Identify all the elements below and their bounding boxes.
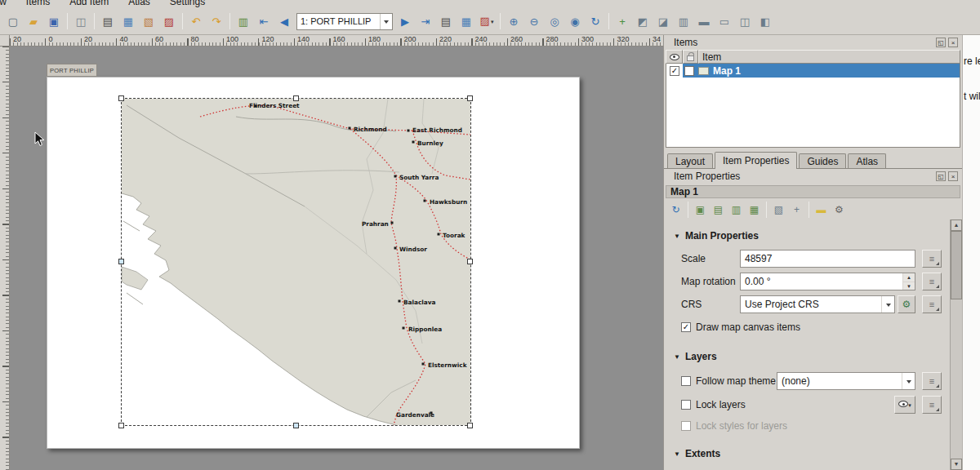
- lock-items-button[interactable]: ◧: [755, 11, 775, 31]
- properties-scrollbar[interactable]: ▲ ▼: [950, 219, 962, 470]
- float-panel-button[interactable]: ◱: [936, 38, 946, 47]
- map-label: Ripponlea: [408, 326, 442, 333]
- undo-button[interactable]: ↶: [186, 11, 206, 31]
- lock-layers-checkbox[interactable]: [681, 400, 691, 410]
- selection-handle[interactable]: [467, 423, 473, 428]
- menu-view[interactable]: View: [0, 0, 7, 7]
- item-lock-checkbox[interactable]: [684, 66, 694, 76]
- atlas-first-feature-button[interactable]: ⇤: [254, 11, 274, 31]
- scroll-up-icon[interactable]: ▲: [951, 219, 962, 231]
- view-extent-in-canvas-button[interactable]: ▤: [710, 202, 727, 219]
- save-layout-button[interactable]: ▣: [44, 11, 64, 31]
- export-svg-button[interactable]: ▧: [139, 11, 158, 31]
- redo-button[interactable]: ↷: [207, 11, 226, 31]
- new-layout-button[interactable]: ▢: [3, 11, 23, 31]
- resize-items-button[interactable]: ▭: [715, 11, 734, 31]
- set-map-extent-to-canvas-button[interactable]: ▣: [692, 202, 709, 219]
- selection-handle[interactable]: [118, 95, 124, 101]
- tab-atlas[interactable]: Atlas: [848, 153, 886, 168]
- crs-select-button[interactable]: ⚙: [898, 295, 915, 313]
- item-row-map1[interactable]: ✓ Map 1: [666, 64, 960, 78]
- visibility-column-header[interactable]: [666, 50, 683, 64]
- menu-add-item[interactable]: Add Item: [69, 0, 109, 7]
- tab-guides[interactable]: Guides: [799, 153, 846, 168]
- lock-column-header[interactable]: [683, 50, 698, 64]
- draw-map-canvas-items-checkbox[interactable]: ✓: [681, 322, 691, 332]
- labeling-settings-button[interactable]: ▬: [813, 202, 830, 219]
- crs-combo[interactable]: Use Project CRS: [740, 295, 895, 313]
- zoom-in-button[interactable]: ⊕: [504, 11, 523, 31]
- item-column-header[interactable]: Item: [698, 50, 960, 64]
- spin-up-icon[interactable]: ▲: [903, 273, 915, 282]
- item-visibility-checkbox[interactable]: ✓: [670, 66, 679, 76]
- interactively-edit-extent-button[interactable]: ▧: [770, 202, 787, 219]
- section-layers[interactable]: ▼ Layers: [664, 350, 950, 363]
- chevron-down-icon[interactable]: [380, 14, 392, 29]
- close-panel-button[interactable]: ×: [948, 38, 958, 47]
- raise-items-button[interactable]: ◩: [633, 11, 653, 31]
- zoom-actual-button[interactable]: ◉: [565, 11, 585, 31]
- section-main-properties[interactable]: ▼ Main Properties: [664, 229, 950, 242]
- print-atlas-button[interactable]: ▤: [436, 11, 456, 31]
- scroll-down-icon[interactable]: ▼: [951, 459, 962, 470]
- layout-page[interactable]: Flinders StreetRichmondEast RichmondBurn…: [47, 77, 580, 449]
- selection-handle[interactable]: [293, 423, 299, 428]
- refresh-view-button[interactable]: ↻: [586, 11, 605, 31]
- selection-handle[interactable]: [118, 259, 124, 264]
- move-map-content-button[interactable]: +: [788, 202, 805, 219]
- follow-map-theme-checkbox[interactable]: [681, 376, 691, 386]
- align-items-button[interactable]: ▥: [674, 11, 693, 31]
- export-image-button[interactable]: ▦: [118, 11, 138, 31]
- tab-layout[interactable]: Layout: [667, 153, 713, 168]
- rotation-data-defined-button[interactable]: ≡: [922, 273, 942, 290]
- close-panel-button[interactable]: ×: [948, 171, 958, 181]
- selection-handle[interactable]: [293, 95, 299, 101]
- clipping-settings-button[interactable]: ⚙: [831, 202, 848, 219]
- duplicate-layout-button[interactable]: ◫: [71, 11, 91, 31]
- menu-atlas[interactable]: Atlas: [128, 0, 150, 7]
- layer-visibility-button[interactable]: ▾: [894, 396, 915, 414]
- float-panel-button[interactable]: ◱: [936, 171, 946, 181]
- set-map-scale-to-canvas-button[interactable]: ▥: [728, 202, 745, 219]
- map-item-frame[interactable]: Flinders StreetRichmondEast RichmondBurn…: [122, 99, 470, 425]
- layout-canvas[interactable]: PORT PHILLIP: [10, 47, 663, 470]
- scrollbar-thumb[interactable]: [951, 231, 962, 299]
- selection-handle[interactable]: [118, 423, 124, 428]
- lock-styles-checkbox[interactable]: [681, 421, 691, 431]
- add-pages-button[interactable]: +: [612, 11, 632, 31]
- map-theme-combo[interactable]: (none): [777, 372, 915, 390]
- spin-down-icon[interactable]: ▼: [903, 282, 915, 290]
- selection-handle[interactable]: [467, 259, 473, 264]
- menu-items[interactable]: Items: [26, 0, 50, 7]
- export-atlas-image-button[interactable]: ▦: [457, 11, 476, 31]
- set-canvas-scale-to-map-button[interactable]: ▦: [746, 202, 763, 219]
- crs-data-defined-button[interactable]: ≡: [922, 295, 942, 313]
- atlas-settings-button[interactable]: ▥: [234, 11, 253, 31]
- zoom-out-button[interactable]: ⊖: [524, 11, 544, 31]
- export-pdf-button[interactable]: ▨: [159, 11, 179, 31]
- print-layout-button[interactable]: ▤: [98, 11, 118, 31]
- lock-layers-data-defined-button[interactable]: ≡: [922, 396, 942, 414]
- open-layout-button[interactable]: ▰: [24, 11, 43, 31]
- zoom-full-button[interactable]: ◎: [545, 11, 564, 31]
- group-items-button[interactable]: ◫: [735, 11, 755, 31]
- menu-settings[interactable]: Settings: [170, 0, 205, 7]
- rotation-spinner[interactable]: ▲ ▼: [902, 273, 915, 290]
- export-atlas-button[interactable]: ▨▾: [477, 11, 497, 31]
- section-extents[interactable]: ▼ Extents: [664, 447, 950, 460]
- scale-input[interactable]: 48597: [740, 250, 915, 268]
- atlas-previous-feature-button[interactable]: ◀: [274, 11, 294, 31]
- atlas-last-feature-button[interactable]: ⇥: [416, 11, 435, 31]
- map-rotation-input[interactable]: 0.00 ° ▲ ▼: [740, 273, 915, 290]
- atlas-next-feature-button[interactable]: ▶: [395, 11, 415, 31]
- update-map-preview-button[interactable]: ↻: [667, 202, 684, 219]
- selection-handle[interactable]: [467, 95, 473, 101]
- distribute-items-button[interactable]: ▬: [694, 11, 714, 31]
- tab-item-properties[interactable]: Item Properties: [715, 152, 797, 169]
- map-theme-data-defined-button[interactable]: ≡: [922, 372, 942, 390]
- atlas-feature-combo[interactable]: 1: PORT PHILLIP: [296, 13, 393, 30]
- items-list[interactable]: ✓ Map 1: [666, 64, 960, 148]
- item-row-selection[interactable]: Map 1: [683, 64, 960, 78]
- lower-items-button[interactable]: ◪: [653, 11, 673, 31]
- scale-data-defined-button[interactable]: ≡: [922, 250, 942, 268]
